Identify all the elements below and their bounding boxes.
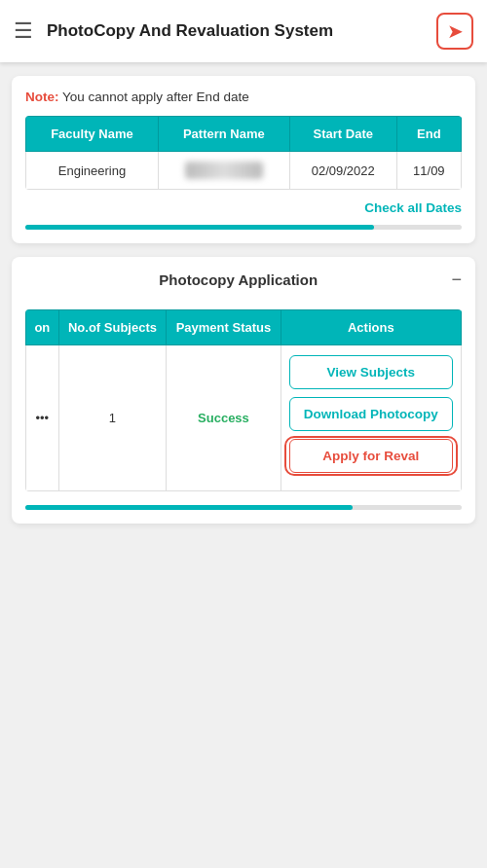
photocopy-card: Photocopy Application − on No.of Subject… [12, 257, 475, 524]
row-col1: ••• [26, 345, 59, 491]
scroll-bar-1 [25, 225, 374, 230]
app-header: ☰ PhotoCopy And Revaluation System ➤ [0, 0, 487, 62]
photocopy-table: on No.of Subjects Payment Status Actions… [25, 309, 462, 491]
row-actions: View Subjects Download Photocopy Apply f… [281, 345, 461, 491]
col-start-date: Start Date [289, 117, 396, 152]
check-dates-row: Check all Dates [25, 199, 462, 215]
end-date-cell: 11/09 [396, 152, 461, 190]
blurred-pattern [185, 162, 263, 179]
col-payment-status: Payment Status [167, 310, 281, 345]
logout-button[interactable]: ➤ [436, 13, 473, 50]
minimize-button[interactable]: − [451, 271, 462, 288]
dates-table: Faculty Name Pattern Name Start Date End… [25, 116, 462, 190]
pattern-name-cell [158, 152, 289, 190]
section-title: Photocopy Application [25, 271, 451, 288]
scroll-bar-2 [25, 505, 353, 510]
col-pattern-name: Pattern Name [158, 117, 289, 152]
check-all-dates-link[interactable]: Check all Dates [364, 200, 462, 215]
col-faculty-name: Faculty Name [26, 117, 159, 152]
apply-reval-button[interactable]: Apply for Reval [289, 439, 453, 473]
start-date-cell: 02/09/2022 [289, 152, 396, 190]
note-text: Note: You cannot apply after End date [25, 90, 462, 104]
photocopy-table-wrapper: on No.of Subjects Payment Status Actions… [25, 309, 462, 491]
note-body: You cannot apply after End date [62, 90, 249, 104]
download-photocopy-button[interactable]: Download Photocopy [289, 397, 453, 431]
section-title-row: Photocopy Application − [25, 271, 462, 296]
scroll-indicator-2 [25, 505, 462, 510]
col-num-subjects: No.of Subjects [58, 310, 167, 345]
photocopy-table-row: ••• 1 Success View Subjects Download Pho… [26, 345, 462, 491]
scroll-indicator-1 [25, 225, 462, 230]
logout-icon: ➤ [447, 19, 464, 43]
menu-icon[interactable]: ☰ [14, 18, 33, 44]
note-label: Note: [25, 90, 59, 104]
col-on: on [26, 310, 59, 345]
dates-card: Note: You cannot apply after End date Fa… [12, 76, 475, 243]
row-subjects: 1 [58, 345, 167, 491]
faculty-name-cell: Engineering [26, 152, 159, 190]
col-end: End [396, 117, 461, 152]
dates-table-wrapper: Faculty Name Pattern Name Start Date End… [25, 116, 462, 190]
payment-status-value: Success [198, 411, 249, 425]
table-row: Engineering 02/09/2022 11/09 [26, 152, 462, 190]
col-actions: Actions [281, 310, 461, 345]
row-payment-status: Success [167, 345, 281, 491]
view-subjects-button[interactable]: View Subjects [289, 355, 453, 389]
app-title: PhotoCopy And Revaluation System [47, 20, 436, 42]
